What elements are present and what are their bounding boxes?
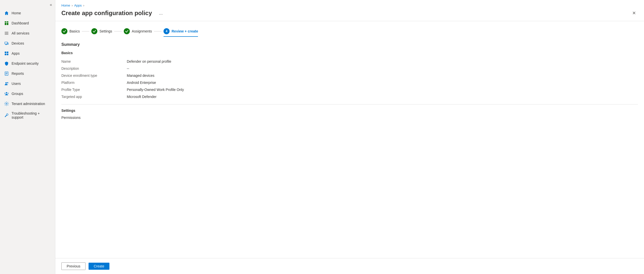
svg-point-23: [8, 93, 9, 94]
svg-rect-10: [7, 43, 9, 44]
sidebar-item-endpoint-security[interactable]: Endpoint security: [0, 58, 55, 68]
detail-row-enrollment-type: Device enrollment type Managed devices: [61, 72, 638, 79]
step-separator-1: [82, 31, 89, 31]
sidebar-collapse-button[interactable]: «: [0, 0, 55, 8]
svg-rect-4: [5, 32, 8, 32]
step-basics-label: Basics: [69, 29, 80, 33]
sidebar-item-troubleshooting[interactable]: Troubleshooting + support: [0, 109, 55, 122]
svg-rect-17: [6, 73, 7, 74]
sidebar-item-home[interactable]: Home: [0, 8, 55, 18]
breadcrumb-home[interactable]: Home: [61, 4, 70, 7]
summary-section: Summary Basics Name Defender on personal…: [61, 42, 638, 120]
detail-row-name: Name Defender on personal profile: [61, 58, 638, 65]
sidebar-item-dashboard[interactable]: Dashboard: [0, 18, 55, 28]
svg-point-24: [6, 103, 7, 105]
svg-point-21: [6, 92, 7, 93]
previous-button[interactable]: Previous: [61, 262, 86, 270]
value-name: Defender on personal profile: [127, 59, 171, 63]
sidebar-item-users[interactable]: Users: [0, 79, 55, 89]
breadcrumb-apps[interactable]: Apps: [74, 4, 82, 7]
groups-icon: [4, 91, 9, 96]
svg-rect-12: [7, 52, 8, 53]
svg-point-19: [6, 82, 7, 84]
step-assignments-label: Assignments: [132, 29, 152, 33]
apps-icon: [4, 51, 9, 56]
step-separator-3: [154, 31, 162, 31]
list-icon: [4, 31, 9, 36]
svg-point-20: [7, 82, 8, 83]
step-separator-2: [114, 31, 122, 31]
sidebar-item-reports[interactable]: Reports: [0, 68, 55, 79]
close-button[interactable]: ✕: [630, 9, 638, 17]
wizard-steps: Basics Settings Assignments 4 Review + c…: [55, 21, 644, 36]
label-profile-type: Profile Type: [61, 88, 127, 92]
step-basics[interactable]: Basics: [61, 26, 80, 36]
svg-rect-18: [6, 74, 7, 74]
summary-title: Summary: [61, 42, 638, 47]
value-enrollment-type: Managed devices: [127, 74, 154, 78]
sidebar-item-apps[interactable]: Apps: [0, 48, 55, 58]
section-divider: [61, 104, 638, 105]
label-enrollment-type: Device enrollment type: [61, 74, 127, 78]
step-review-create[interactable]: 4 Review + create: [164, 26, 198, 36]
label-platform: Platform: [61, 81, 127, 85]
svg-point-22: [5, 93, 6, 94]
permissions-label: Permissions: [61, 116, 638, 120]
sidebar-item-tenant-administration[interactable]: Tenant administration: [0, 99, 55, 109]
value-description: --: [127, 66, 129, 71]
breadcrumb-separator-1: ›: [72, 4, 73, 7]
label-description: Description: [61, 66, 127, 71]
reports-icon: [4, 71, 9, 76]
step-assignments-indicator: [124, 28, 130, 34]
step-basics-indicator: [61, 28, 67, 34]
sidebar-item-groups[interactable]: Groups: [0, 89, 55, 99]
breadcrumb: Home › Apps ›: [55, 0, 644, 7]
create-button[interactable]: Create: [89, 263, 109, 270]
basics-subtitle: Basics: [61, 51, 638, 55]
breadcrumb-separator-2: ›: [83, 4, 84, 7]
users-icon: [4, 81, 9, 86]
step-review-create-label: Review + create: [172, 29, 198, 33]
svg-rect-1: [7, 21, 8, 23]
page-header: Create app configuration policy ... ✕: [55, 7, 644, 21]
sidebar: « Home Dashboard All services Devices Ap…: [0, 0, 55, 274]
value-profile-type: Personally-Owned Work Profile Only: [127, 88, 184, 92]
svg-rect-3: [7, 23, 8, 25]
detail-row-profile-type: Profile Type Personally-Owned Work Profi…: [61, 86, 638, 93]
svg-rect-2: [5, 23, 6, 25]
label-name: Name: [61, 59, 127, 63]
step-assignments[interactable]: Assignments: [124, 26, 152, 36]
content-area: Summary Basics Name Defender on personal…: [55, 36, 644, 258]
value-targeted-app: Microsoft Defender: [127, 95, 156, 99]
svg-rect-13: [5, 54, 6, 55]
main-panel: Home › Apps › Create app configuration p…: [55, 0, 644, 274]
svg-rect-16: [6, 73, 7, 73]
gear-icon: [4, 101, 9, 106]
svg-rect-7: [5, 42, 8, 44]
svg-rect-6: [5, 34, 8, 35]
value-platform: Android Enterprise: [127, 81, 156, 85]
settings-subtitle: Settings: [61, 109, 638, 113]
sidebar-item-all-services[interactable]: All services: [0, 28, 55, 38]
devices-icon: [4, 41, 9, 46]
svg-rect-8: [6, 44, 7, 45]
page-title: Create app configuration policy: [61, 10, 152, 17]
footer: Previous Create: [55, 258, 644, 274]
wrench-icon: [4, 113, 9, 118]
svg-rect-5: [5, 33, 8, 33]
label-targeted-app: Targeted app: [61, 95, 127, 99]
step-review-create-indicator: 4: [164, 28, 170, 34]
detail-row-platform: Platform Android Enterprise: [61, 79, 638, 86]
shield-icon: [4, 61, 9, 66]
ellipsis-button[interactable]: ...: [157, 10, 165, 17]
svg-rect-11: [5, 52, 6, 53]
step-settings-label: Settings: [99, 29, 112, 33]
sidebar-item-devices[interactable]: Devices: [0, 38, 55, 48]
svg-rect-9: [6, 45, 6, 45]
home-icon: [4, 11, 9, 16]
page-header-actions: ...: [157, 10, 165, 17]
dashboard-icon: [4, 21, 9, 26]
step-settings[interactable]: Settings: [91, 26, 112, 36]
svg-rect-0: [5, 21, 6, 23]
detail-row-description: Description --: [61, 65, 638, 72]
